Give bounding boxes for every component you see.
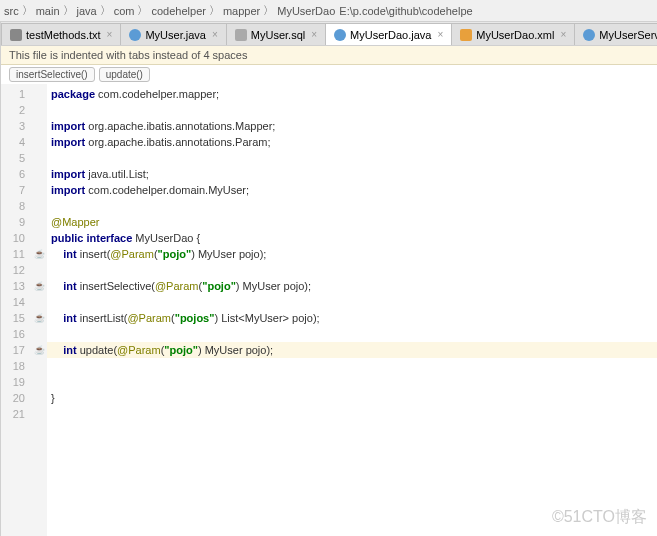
code-line[interactable] — [51, 406, 657, 422]
tab-label: MyUser.sql — [251, 29, 305, 41]
code-line[interactable] — [51, 294, 657, 310]
breadcrumb-item[interactable]: java — [77, 5, 97, 17]
gutter-nav-icon[interactable]: ☕ — [31, 342, 47, 358]
close-icon[interactable]: × — [212, 29, 218, 40]
hint-chip[interactable]: update() — [99, 67, 150, 82]
gutter-nav-icon[interactable]: ☕ — [31, 246, 47, 262]
editor-tab[interactable]: MyUserService.java× — [574, 23, 657, 45]
tab-label: MyUserDao.xml — [476, 29, 554, 41]
code-line[interactable] — [51, 374, 657, 390]
code-line[interactable]: import org.apache.ibatis.annotations.Par… — [51, 134, 657, 150]
sql-icon — [235, 29, 247, 41]
java-icon — [583, 29, 595, 41]
breadcrumb-item[interactable]: mapper — [223, 5, 260, 17]
code-line[interactable] — [51, 198, 657, 214]
gutter-icons[interactable]: ☕☕☕☕ — [31, 84, 47, 536]
breadcrumb-sep: 〉 — [137, 3, 148, 18]
gutter-nav-icon[interactable]: ☕ — [31, 310, 47, 326]
line-number: 10 — [1, 230, 25, 246]
line-number: 11 — [1, 246, 25, 262]
line-number: 20 — [1, 390, 25, 406]
line-number: 18 — [1, 358, 25, 374]
tab-label: MyUserDao.java — [350, 29, 431, 41]
line-number: 21 — [1, 406, 25, 422]
editor-area: testMethods.txt×MyUser.java×MyUser.sql×M… — [1, 22, 657, 536]
tab-label: MyUserService.java — [599, 29, 657, 41]
editor-tabs[interactable]: testMethods.txt×MyUser.java×MyUser.sql×M… — [1, 22, 657, 46]
breadcrumb-item[interactable]: com — [114, 5, 135, 17]
code-line[interactable]: int insertSelective(@Param("pojo") MyUse… — [51, 278, 657, 294]
breadcrumb-sep: 〉 — [209, 3, 220, 18]
code-line[interactable]: package com.codehelper.mapper; — [51, 86, 657, 102]
line-number: 12 — [1, 262, 25, 278]
breadcrumb-sep: 〉 — [100, 3, 111, 18]
code-line[interactable] — [51, 262, 657, 278]
breadcrumb-item[interactable]: main — [36, 5, 60, 17]
completion-hints[interactable]: insertSelective()update() — [1, 65, 657, 84]
line-number: 13 — [1, 278, 25, 294]
line-number: 17 — [1, 342, 25, 358]
code-editor[interactable]: 123456789101112131415161718192021 ☕☕☕☕ p… — [1, 84, 657, 536]
close-icon[interactable]: × — [437, 29, 443, 40]
line-number: 19 — [1, 374, 25, 390]
tab-label: testMethods.txt — [26, 29, 101, 41]
code-line[interactable]: public interface MyUserDao { — [51, 230, 657, 246]
code-line[interactable]: @Mapper — [51, 214, 657, 230]
line-number: 5 — [1, 150, 25, 166]
line-number: 14 — [1, 294, 25, 310]
line-gutter: 123456789101112131415161718192021 — [1, 84, 31, 536]
breadcrumb-sep: 〉 — [63, 3, 74, 18]
code-line[interactable]: } — [51, 390, 657, 406]
code-line[interactable]: import java.util.List; — [51, 166, 657, 182]
code-line[interactable] — [51, 326, 657, 342]
line-number: 7 — [1, 182, 25, 198]
breadcrumb-sep: 〉 — [263, 3, 274, 18]
code-content[interactable]: package com.codehelper.mapper;import org… — [47, 84, 657, 536]
txt-icon — [10, 29, 22, 41]
close-icon[interactable]: × — [107, 29, 113, 40]
close-icon[interactable]: × — [560, 29, 566, 40]
indent-banner[interactable]: This file is indented with tabs instead … — [1, 46, 657, 65]
line-number: 1 — [1, 86, 25, 102]
code-line[interactable] — [51, 150, 657, 166]
code-line[interactable] — [51, 358, 657, 374]
line-number: 16 — [1, 326, 25, 342]
breadcrumb-path: E:\p.code\github\codehelpe — [339, 5, 472, 17]
java-icon — [129, 29, 141, 41]
tab-label: MyUser.java — [145, 29, 206, 41]
line-number: 2 — [1, 102, 25, 118]
line-number: 8 — [1, 198, 25, 214]
editor-tab[interactable]: MyUser.sql× — [226, 23, 326, 45]
hint-chip[interactable]: insertSelective() — [9, 67, 95, 82]
editor-tab[interactable]: MyUserDao.xml× — [451, 23, 575, 45]
code-line[interactable] — [51, 102, 657, 118]
breadcrumb-item[interactable]: src — [4, 5, 19, 17]
line-number: 9 — [1, 214, 25, 230]
line-number: 4 — [1, 134, 25, 150]
code-line[interactable]: int insert(@Param("pojo") MyUser pojo); — [51, 246, 657, 262]
close-icon[interactable]: × — [311, 29, 317, 40]
breadcrumb-sep: 〉 — [22, 3, 33, 18]
editor-tab[interactable]: testMethods.txt× — [1, 23, 121, 45]
line-number: 6 — [1, 166, 25, 182]
line-number: 15 — [1, 310, 25, 326]
breadcrumb-item[interactable]: codehelper — [151, 5, 205, 17]
code-line[interactable]: import org.apache.ibatis.annotations.Map… — [51, 118, 657, 134]
editor-tab[interactable]: MyUser.java× — [120, 23, 226, 45]
xml-icon — [460, 29, 472, 41]
code-line[interactable]: int update(@Param("pojo") MyUser pojo); — [47, 342, 657, 358]
breadcrumb-item[interactable]: MyUserDao — [277, 5, 335, 17]
code-line[interactable]: int insertList(@Param("pojos") List<MyUs… — [51, 310, 657, 326]
breadcrumb[interactable]: src〉main〉java〉com〉codehelper〉mapper〉MyUs… — [0, 0, 657, 22]
gutter-nav-icon[interactable]: ☕ — [31, 278, 47, 294]
editor-tab[interactable]: MyUserDao.java× — [325, 23, 452, 45]
java-icon — [334, 29, 346, 41]
code-line[interactable]: import com.codehelper.domain.MyUser; — [51, 182, 657, 198]
line-number: 3 — [1, 118, 25, 134]
